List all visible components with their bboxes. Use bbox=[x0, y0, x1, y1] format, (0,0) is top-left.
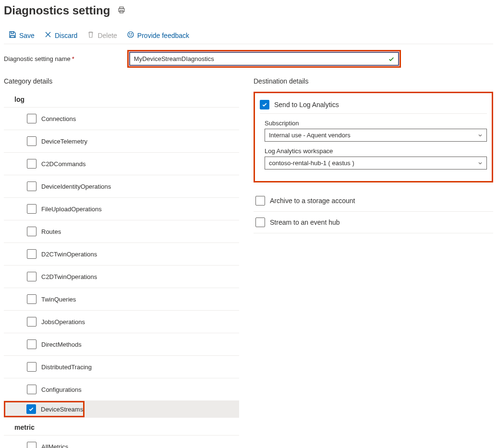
feedback-label: Provide feedback bbox=[137, 32, 189, 39]
log-row-connections: Connections bbox=[4, 108, 239, 130]
metric-row-allmetrics: AllMetrics bbox=[4, 436, 239, 448]
svg-rect-1 bbox=[119, 9, 124, 12]
checkbox-devicestreams[interactable] bbox=[26, 404, 36, 414]
checkbox-eventhub[interactable] bbox=[255, 218, 265, 227]
save-button[interactable]: Save bbox=[9, 31, 35, 40]
log-row-d2ctwin: D2CTwinOperations bbox=[4, 243, 239, 266]
checkbox-deviceidentity[interactable] bbox=[27, 182, 36, 191]
log-analytics-label: Send to Log Analytics bbox=[274, 101, 339, 109]
log-label: DirectMethods bbox=[41, 341, 82, 348]
checkbox-c2dcommands[interactable] bbox=[27, 159, 36, 169]
log-label: C2DCommands bbox=[41, 160, 85, 168]
log-label: DeviceTelemetry bbox=[41, 138, 87, 145]
checkbox-routes[interactable] bbox=[27, 227, 36, 236]
checkbox-fileupload[interactable] bbox=[27, 204, 36, 214]
discard-label: Discard bbox=[55, 32, 77, 39]
destination-details-header: Destination details bbox=[254, 77, 493, 85]
checkbox-devicetelemetry[interactable] bbox=[27, 136, 36, 146]
checkbox-jobs[interactable] bbox=[27, 317, 36, 327]
close-icon bbox=[44, 31, 52, 40]
subscription-label: Subscription bbox=[265, 120, 487, 127]
checkbox-directmethods[interactable] bbox=[27, 339, 36, 349]
log-label: DeviceIdentityOperations bbox=[41, 183, 111, 190]
print-icon[interactable] bbox=[118, 6, 125, 15]
page-title: Diagnostics setting bbox=[4, 4, 110, 17]
workspace-select[interactable]: contoso-rental-hub-1 ( eastus ) bbox=[265, 157, 487, 170]
save-label: Save bbox=[19, 32, 35, 39]
log-row-c2dtwin: C2DTwinOperations bbox=[4, 266, 239, 288]
log-label: D2CTwinOperations bbox=[41, 251, 97, 258]
checkbox-connections[interactable] bbox=[27, 114, 36, 123]
log-row-routes: Routes bbox=[4, 220, 239, 243]
log-label: FileUploadOperations bbox=[41, 206, 102, 213]
category-details-header: Category details bbox=[4, 77, 239, 85]
delete-button: Delete bbox=[87, 31, 117, 40]
log-row-fileupload: FileUploadOperations bbox=[4, 198, 239, 220]
log-row-configurations: Configurations bbox=[4, 378, 239, 401]
storage-label: Archive to a storage account bbox=[270, 197, 355, 205]
log-row-devicetelemetry: DeviceTelemetry bbox=[4, 130, 239, 153]
svg-point-3 bbox=[128, 32, 133, 37]
log-label: TwinQueries bbox=[41, 296, 76, 303]
log-row-jobs: JobsOperations bbox=[4, 311, 239, 333]
save-icon bbox=[9, 31, 16, 40]
log-row-deviceidentity: DeviceIdentityOperations bbox=[4, 175, 239, 198]
svg-point-5 bbox=[131, 34, 132, 34]
log-row-c2dcommands: C2DCommands bbox=[4, 153, 239, 175]
eventhub-row: Stream to an event hub bbox=[254, 212, 493, 233]
log-row-distributedtracing: DistributedTracing bbox=[4, 356, 239, 378]
log-label: DistributedTracing bbox=[41, 363, 92, 371]
delete-label: Delete bbox=[97, 32, 117, 39]
checkbox-c2dtwin[interactable] bbox=[27, 272, 36, 281]
discard-button[interactable]: Discard bbox=[44, 31, 77, 40]
workspace-label: Log Analytics workspace bbox=[265, 147, 487, 155]
checkbox-configurations[interactable] bbox=[27, 385, 36, 394]
log-row-directmethods: DirectMethods bbox=[4, 333, 239, 356]
checkbox-allmetrics[interactable] bbox=[27, 442, 36, 448]
metric-label: AllMetrics bbox=[41, 443, 68, 448]
log-label: Routes bbox=[41, 228, 61, 235]
checkbox-twinqueries[interactable] bbox=[27, 294, 36, 304]
log-row-devicestreams: DeviceStreams bbox=[4, 401, 239, 418]
subscription-select[interactable]: Internal use - Aquent vendors bbox=[265, 129, 487, 142]
log-row-twinqueries: TwinQueries bbox=[4, 288, 239, 311]
checkbox-log-analytics[interactable] bbox=[260, 100, 269, 109]
svg-point-4 bbox=[129, 34, 130, 34]
storage-row: Archive to a storage account bbox=[254, 190, 493, 212]
log-label: JobsOperations bbox=[41, 318, 85, 326]
log-analytics-panel: Send to Log Analytics Subscription Inter… bbox=[254, 92, 493, 182]
log-label: Connections bbox=[41, 115, 76, 122]
checkbox-d2ctwin[interactable] bbox=[27, 249, 36, 259]
toolbar: Save Discard Delete Provide feedback bbox=[4, 27, 493, 44]
log-group-header: log bbox=[4, 92, 239, 108]
required-asterisk: * bbox=[72, 55, 74, 62]
checkbox-distributedtracing[interactable] bbox=[27, 362, 36, 372]
setting-name-input[interactable] bbox=[130, 52, 399, 65]
log-label: C2DTwinOperations bbox=[41, 273, 97, 280]
setting-name-highlight bbox=[127, 50, 401, 68]
checkbox-storage[interactable] bbox=[255, 196, 265, 206]
eventhub-label: Stream to an event hub bbox=[270, 218, 340, 226]
log-label: DeviceStreams bbox=[41, 406, 83, 413]
devicestreams-highlight: DeviceStreams bbox=[4, 401, 85, 417]
metric-group-header: metric bbox=[4, 420, 239, 436]
setting-name-label: Diagnostic setting name* bbox=[4, 55, 74, 62]
log-label: Configurations bbox=[41, 386, 82, 393]
smiley-icon bbox=[127, 31, 134, 40]
feedback-button[interactable]: Provide feedback bbox=[127, 31, 189, 40]
delete-icon bbox=[87, 31, 95, 40]
